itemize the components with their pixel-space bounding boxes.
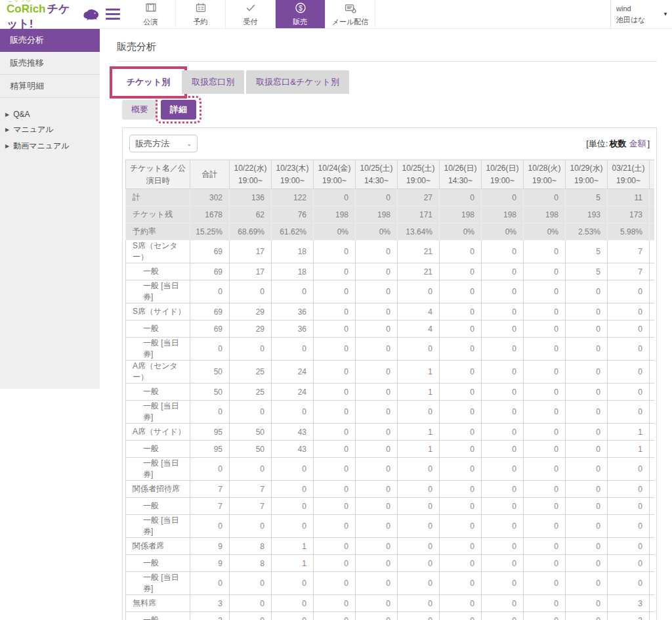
cell-value: 0	[482, 441, 524, 458]
table-row: 一般 [当日券]00000000000	[126, 515, 655, 538]
cell-value: 0	[524, 280, 566, 303]
cell-value: 136	[230, 189, 272, 206]
cell-value: 0	[230, 401, 272, 424]
sidebar-link-manual[interactable]: ▶マニュアル	[0, 122, 100, 138]
cell-value: 0	[524, 572, 566, 595]
cell-value: 1	[398, 361, 440, 384]
cell-value: 0	[524, 240, 566, 263]
cell-total: 69	[190, 321, 230, 338]
col-header-date: 10/22(水)19:00~	[230, 160, 272, 189]
cell-value: 193	[566, 206, 608, 223]
cell-value: 0	[440, 572, 482, 595]
cell-total: 302	[190, 189, 230, 206]
menu-hamburger-icon[interactable]	[100, 0, 126, 28]
row-label: 一般	[126, 321, 190, 338]
sidebar-link-qa[interactable]: ▶Q&A	[0, 107, 100, 122]
detail-button[interactable]: 詳細	[161, 100, 196, 120]
cell-value: 0	[524, 458, 566, 481]
cell-value: 0	[524, 263, 566, 280]
cell-clipped	[650, 303, 655, 321]
cell-total: 3	[190, 612, 230, 620]
cell-value: 50	[230, 441, 272, 458]
cell-value: 0	[356, 572, 398, 595]
nav-item-reception[interactable]: 受付	[226, 0, 276, 28]
cell-value: 0	[524, 401, 566, 424]
cell-value: 0	[398, 401, 440, 424]
table-row: 一般691718002100057	[126, 263, 655, 280]
nav-item-label: 受付	[243, 17, 258, 27]
cell-value: 0	[482, 612, 524, 620]
user-menu[interactable]: wind 池田はな ▼	[610, 0, 672, 28]
cell-value: 0%	[314, 223, 356, 240]
cell-value: 18	[272, 263, 314, 280]
cell-value: 0	[314, 555, 356, 572]
cell-value: 0	[356, 612, 398, 620]
table-scroll-area[interactable]: チケット名／公演日時合計10/22(水)19:00~10/23(木)19:00~…	[125, 160, 654, 620]
cell-value: 0	[524, 555, 566, 572]
sales-method-select[interactable]: 販売方法 ⌄	[129, 135, 198, 152]
cell-value: 0	[230, 458, 272, 481]
tab-by-outlet-and-ticket[interactable]: 取扱窓口&チケット別	[246, 70, 349, 94]
nav-item-label: 販売	[293, 17, 308, 27]
cell-value: 0	[230, 338, 272, 361]
nav-item-reservations[interactable]: 予約	[176, 0, 226, 28]
nav-item-performances[interactable]: 公演	[126, 0, 176, 28]
cell-total: 9	[190, 555, 230, 572]
sidebar-item-sales-analysis[interactable]: 販売分析	[0, 29, 100, 52]
cell-value: 0	[314, 240, 356, 263]
cell-value: 0	[272, 595, 314, 612]
table-row: 関係者席98100000000	[126, 538, 655, 555]
cell-value: 21	[398, 263, 440, 280]
sidebar-item-sales-trend[interactable]: 販売推移	[0, 52, 100, 75]
cell-value: 0	[314, 612, 356, 620]
cell-value: 0	[524, 481, 566, 498]
cell-value: 0	[440, 189, 482, 206]
table-header-row: チケット名／公演日時合計10/22(水)19:00~10/23(木)19:00~…	[126, 160, 655, 189]
cell-value: 0	[398, 595, 440, 612]
cell-clipped	[650, 515, 655, 538]
cell-clipped	[650, 498, 655, 515]
cell-total: 1678	[190, 206, 230, 223]
cell-value: 0	[482, 572, 524, 595]
cell-value: 0	[482, 189, 524, 206]
cell-value: 0	[440, 481, 482, 498]
cell-value: 1	[398, 441, 440, 458]
cell-value: 0	[566, 458, 608, 481]
sidebar: 販売分析 販売推移 精算明細 ▶Q&A ▶マニュアル ▶動画マニュアル	[0, 29, 100, 389]
col-header-date: 10/26(日)14:30~	[440, 160, 482, 189]
cell-total: 69	[190, 303, 230, 321]
cell-value: 0	[524, 338, 566, 361]
tab-strip: チケット別 取扱窓口別 取扱窓口&チケット別	[117, 70, 657, 94]
tab-by-ticket[interactable]: チケット別	[117, 70, 180, 94]
app-header: こりっちCoRichチケット! 公演 予約 受付 $ 販売 メール配信	[0, 0, 672, 29]
cell-value: 0	[314, 303, 356, 321]
cell-value: 0	[314, 361, 356, 384]
cell-value: 0	[566, 595, 608, 612]
nav-item-sales[interactable]: $ 販売	[276, 0, 326, 28]
app-logo[interactable]: こりっちCoRichチケット!	[0, 0, 100, 28]
cell-value: 0	[482, 595, 524, 612]
table-row: S席（センター）691718002100057	[126, 240, 655, 263]
unit-amount-link[interactable]: 金額	[629, 139, 646, 148]
cell-value: 0	[440, 384, 482, 401]
cell-clipped	[650, 441, 655, 458]
cell-value: 0	[356, 303, 398, 321]
cell-value: 0	[314, 424, 356, 441]
sidebar-link-video-manual[interactable]: ▶動画マニュアル	[0, 138, 100, 154]
row-label: 関係者招待席	[126, 481, 190, 498]
cell-value: 0	[314, 338, 356, 361]
table-row: 一般69293600400000	[126, 321, 655, 338]
cell-value: 0	[440, 240, 482, 263]
cell-value: 50	[230, 424, 272, 441]
tab-by-outlet[interactable]: 取扱窓口別	[182, 70, 244, 94]
cell-value: 0	[440, 458, 482, 481]
cell-value: 198	[440, 206, 482, 223]
nav-item-mail[interactable]: メール配信	[326, 0, 375, 28]
cell-value: 0	[440, 280, 482, 303]
sidebar-item-settlement[interactable]: 精算明細	[0, 75, 100, 98]
overview-button[interactable]: 概要	[122, 100, 158, 120]
cell-value: 0	[608, 321, 650, 338]
user-org: wind	[616, 3, 663, 14]
table-row: S席（サイド）69293600400000	[126, 303, 655, 321]
cell-value: 0	[482, 555, 524, 572]
